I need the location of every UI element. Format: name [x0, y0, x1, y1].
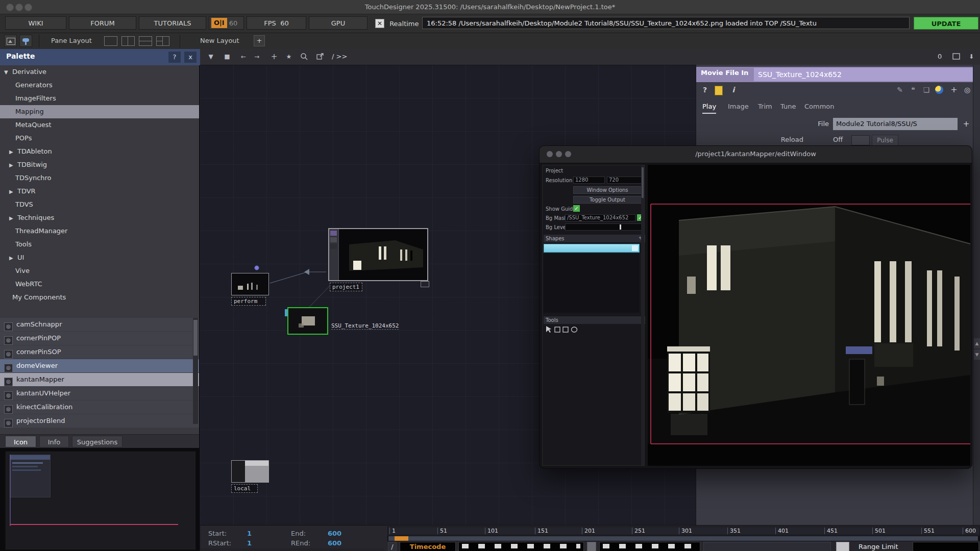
expander-right-icon[interactable]: ▶: [9, 212, 17, 225]
reload-off-value[interactable]: Off: [833, 136, 843, 143]
frame-ruler[interactable]: 1 51 101 151 201 251 301 351 401 451 501…: [387, 527, 980, 535]
node-project1[interactable]: [328, 228, 428, 281]
forum-button[interactable]: FORUM: [69, 16, 136, 30]
file-browse-plus-icon[interactable]: +: [961, 118, 972, 130]
timeline-track[interactable]: [387, 536, 980, 541]
component-cornerpinpop[interactable]: ◎cornerPinPOP: [0, 332, 199, 345]
tree-item-mapping[interactable]: Mapping: [0, 105, 199, 118]
palette-help-button[interactable]: ?: [168, 52, 181, 63]
timeline-menu-button[interactable]: /: [388, 542, 397, 551]
tree-item-tools[interactable]: Tools: [0, 238, 199, 251]
reload-pulse-button[interactable]: Pulse: [872, 135, 898, 146]
param-tab-play[interactable]: Play: [702, 101, 716, 114]
kantan-panel-scrollbar[interactable]: [641, 165, 644, 465]
midi-indicator[interactable]: O|I60: [209, 16, 244, 30]
expander-right-icon[interactable]: ▶: [9, 252, 17, 265]
component-projectorblend[interactable]: ◎projectorBlend: [0, 414, 199, 428]
node-local-label[interactable]: local: [231, 484, 258, 493]
shape-list-item-selected[interactable]: [544, 244, 640, 253]
resolution-width-field[interactable]: 1280: [573, 177, 605, 184]
param-tab-trim[interactable]: Trim: [758, 101, 772, 113]
add-parameter-icon[interactable]: +: [948, 84, 960, 95]
tree-item-vive[interactable]: Vive: [0, 264, 199, 278]
layout-split-vertical-icon[interactable]: [121, 36, 135, 46]
target-icon[interactable]: ◎: [962, 84, 973, 95]
palette-close-button[interactable]: x: [184, 52, 197, 63]
layout-grid-icon[interactable]: [156, 36, 169, 46]
parameter-scrollbar[interactable]: ▲ ▼: [973, 65, 980, 525]
window-options-button[interactable]: Window Options: [573, 186, 642, 194]
end-value[interactable]: 600: [328, 530, 341, 537]
start-value[interactable]: 1: [247, 530, 252, 537]
component-domeviewer[interactable]: ◎domeViewer: [0, 359, 199, 373]
node-local[interactable]: [231, 460, 269, 483]
range-limit-toggle[interactable]: [836, 542, 849, 551]
file-param-field[interactable]: Module2 Tutorial8/SSU/S: [833, 118, 958, 130]
language-page-icon[interactable]: [715, 86, 723, 95]
image-viewer-icon[interactable]: [4, 35, 17, 47]
tree-item-ui[interactable]: ▶UI: [0, 251, 199, 264]
expander-down-icon[interactable]: ▼: [4, 66, 12, 79]
gpu-button[interactable]: GPU: [309, 16, 368, 30]
node-ssu-texture[interactable]: [287, 307, 328, 335]
tree-item-my-components[interactable]: My Components: [0, 291, 199, 304]
tutorials-button[interactable]: TUTORIALS: [139, 16, 206, 30]
show-guides-checkbox[interactable]: ✓: [573, 205, 580, 212]
tree-item-generators[interactable]: Generators: [0, 79, 199, 92]
tree-item-pops[interactable]: POPs: [0, 132, 199, 145]
timeline-track-bar[interactable]: [388, 536, 978, 541]
tree-item-webrtc[interactable]: WebRTC: [0, 278, 199, 291]
expander-right-icon[interactable]: ▶: [9, 145, 17, 159]
timecode-label[interactable]: Timecode: [400, 542, 456, 551]
rend-value[interactable]: 600: [328, 539, 341, 547]
kantanmapper-edit-window[interactable]: /project1/kantanMapper/editWindow Projec…: [539, 145, 972, 469]
tree-item-metaquest[interactable]: MetaQuest: [0, 118, 199, 132]
toggle-output-button[interactable]: Toggle Output: [573, 196, 642, 204]
tree-item-tdsynchro[interactable]: TDSynchro: [0, 171, 199, 185]
tab-suggestions[interactable]: Suggestions: [72, 436, 122, 447]
operator-name-field[interactable]: SSU_Texture_1024x652: [754, 68, 978, 81]
resolution-height-field[interactable]: 720: [607, 177, 642, 184]
update-button[interactable]: UPDATE: [914, 17, 978, 30]
save-cloud-icon[interactable]: [19, 35, 32, 47]
component-kinectcalibration[interactable]: ◎kinectCalibration: [0, 400, 199, 414]
range-field[interactable]: [913, 542, 979, 551]
component-cornerpinsop[interactable]: ◎cornerPinSOP: [0, 345, 199, 359]
tab-icon[interactable]: Icon: [5, 436, 36, 447]
param-tab-common[interactable]: Common: [804, 101, 835, 113]
add-layout-button[interactable]: +: [254, 35, 265, 46]
tree-item-tdvr[interactable]: ▶TDVR: [0, 185, 199, 198]
realtime-checkbox-icon[interactable]: ✕: [375, 19, 384, 28]
tree-item-techniques[interactable]: ▶Techniques: [0, 211, 199, 224]
python-sphere-icon[interactable]: [935, 86, 943, 94]
tree-item-derivative[interactable]: ▼Derivative: [0, 65, 199, 79]
comment-icon[interactable]: ❝: [908, 84, 919, 95]
layout-split-horizontal-icon[interactable]: [139, 36, 152, 46]
tab-info[interactable]: Info: [39, 436, 69, 447]
component-kantanmapper[interactable]: ◎kantanMapper: [0, 373, 199, 387]
param-tab-tune[interactable]: Tune: [780, 101, 796, 113]
tree-item-tdvs[interactable]: TDVS: [0, 198, 199, 211]
edit-pencil-icon[interactable]: ✎: [894, 84, 905, 95]
kantan-output-preview[interactable]: [648, 165, 970, 466]
copy-icon[interactable]: ❏: [921, 84, 932, 95]
playhead-marker[interactable]: [395, 536, 408, 541]
expander-right-icon[interactable]: ▶: [9, 159, 17, 172]
bg-level-slider-handle[interactable]: [620, 224, 621, 230]
shape-list-empty-area[interactable]: [544, 254, 640, 313]
node-project1-label[interactable]: project1: [330, 283, 362, 291]
bg-level-slider[interactable]: [565, 223, 644, 231]
tree-item-tdbitwig[interactable]: ▶TDBitwig: [0, 158, 199, 171]
component-scrollbar[interactable]: [193, 318, 198, 424]
edit-window-titlebar[interactable]: /project1/kantanMapper/editWindow: [540, 146, 972, 163]
scroll-down-icon[interactable]: ▼: [974, 349, 980, 360]
component-camschnappr[interactable]: ◎camSchnappr: [0, 318, 199, 332]
layout-single-icon[interactable]: [104, 36, 117, 46]
scroll-up-icon[interactable]: ▲: [974, 338, 980, 348]
tree-item-tdableton[interactable]: ▶TDAbleton: [0, 145, 199, 158]
node-perform-label[interactable]: perform: [231, 297, 266, 306]
expander-right-icon[interactable]: ▶: [9, 185, 17, 198]
node-perform[interactable]: [231, 273, 269, 295]
realtime-toggle[interactable]: ✕ Realtime: [375, 19, 419, 28]
fps-indicator[interactable]: FPS 60: [247, 16, 306, 30]
